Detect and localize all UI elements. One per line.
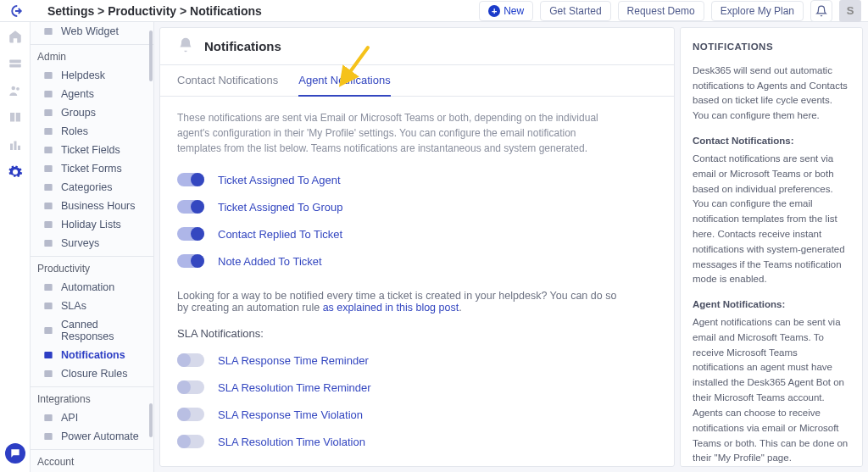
sla-toggle-list: SLA Response Time ReminderSLA Resolution… bbox=[160, 343, 674, 458]
sidebar-heading: Integrations bbox=[31, 386, 153, 408]
rail-reports-icon[interactable] bbox=[8, 137, 23, 153]
chat-widget-icon[interactable] bbox=[5, 443, 25, 464]
tab-contact-notifications[interactable]: Contact Notifications bbox=[177, 74, 278, 96]
scrollbar-thumb[interactable] bbox=[149, 31, 153, 81]
sidebar-item[interactable]: Automation bbox=[31, 278, 153, 297]
sidebar-item[interactable]: Ticket Forms bbox=[31, 159, 153, 178]
notification-row: SLA Resolution Time Reminder bbox=[177, 374, 657, 401]
notification-tabs: Contact Notifications Agent Notification… bbox=[160, 65, 674, 97]
sidebar-item[interactable]: Business Hours bbox=[31, 197, 153, 215]
toggle-switch[interactable] bbox=[177, 200, 204, 214]
sidebar-item[interactable]: Notifications bbox=[31, 346, 153, 364]
request-demo-button[interactable]: Request Demo bbox=[618, 1, 704, 21]
sidebar-item-label: Ticket Fields bbox=[61, 144, 120, 156]
hint-link[interactable]: as explained in this blog post bbox=[323, 302, 459, 314]
sidebar-heading: Account bbox=[31, 449, 153, 471]
scrollbar-thumb[interactable] bbox=[149, 403, 153, 437]
sidebar-item-icon bbox=[42, 219, 54, 230]
sidebar-item-icon bbox=[42, 325, 54, 336]
svg-rect-18 bbox=[44, 284, 52, 291]
plus-icon: + bbox=[488, 5, 500, 17]
sidebar-item[interactable]: SLAs bbox=[31, 297, 153, 315]
new-button[interactable]: + New bbox=[479, 1, 533, 21]
settings-sidebar: Web WidgetAdminHelpdeskAgentsGroupsRoles… bbox=[31, 22, 154, 472]
sidebar-item-label: Automation bbox=[61, 281, 114, 293]
svg-rect-5 bbox=[14, 142, 16, 151]
sidebar-item[interactable]: Web Widget bbox=[31, 22, 153, 41]
toggle-switch[interactable] bbox=[177, 254, 204, 268]
help-panel: NOTIFICATIONS Desk365 will send out auto… bbox=[680, 27, 863, 467]
svg-rect-10 bbox=[44, 109, 52, 116]
topbar: Settings > Productivity > Notifications … bbox=[0, 0, 868, 22]
sidebar-item[interactable]: Closure Rules bbox=[31, 364, 153, 383]
notifications-bell-icon[interactable] bbox=[810, 0, 832, 22]
svg-rect-15 bbox=[44, 203, 52, 209]
toggle-switch[interactable] bbox=[177, 408, 204, 421]
notification-label[interactable]: Ticket Assigned To Group bbox=[218, 201, 342, 214]
notification-label[interactable]: SLA Resolution Time Reminder bbox=[218, 381, 371, 394]
toggle-switch[interactable] bbox=[177, 173, 204, 186]
sidebar-item-label: SLAs bbox=[61, 300, 86, 312]
help-contact-heading: Contact Notifications: bbox=[693, 134, 850, 149]
sidebar-item[interactable]: Holiday Lists bbox=[31, 215, 153, 234]
notification-label[interactable]: Ticket Assigned To Agent bbox=[218, 174, 341, 186]
sidebar-item-label: API bbox=[61, 412, 78, 424]
notification-label[interactable]: Note Added To Ticket bbox=[218, 255, 322, 268]
sidebar-item[interactable]: API bbox=[31, 408, 153, 427]
sidebar-item-icon bbox=[42, 412, 54, 424]
sidebar-item[interactable]: Groups bbox=[31, 103, 153, 122]
toggle-switch[interactable] bbox=[177, 227, 204, 241]
toggle-switch[interactable] bbox=[177, 380, 204, 394]
sidebar-item-icon bbox=[42, 430, 54, 442]
sidebar-item[interactable]: Roles bbox=[31, 122, 153, 141]
notification-label[interactable]: Contact Replied To Ticket bbox=[218, 228, 342, 241]
rail-home-icon[interactable] bbox=[8, 29, 23, 44]
notification-label[interactable]: SLA Resolution Time Violation bbox=[218, 436, 365, 448]
rail-settings-icon[interactable] bbox=[8, 164, 23, 180]
help-agent-body: Agent notifications can be sent via emai… bbox=[693, 317, 848, 463]
help-contact-body: Contact notifications are sent via email… bbox=[693, 153, 845, 285]
sidebar-item-label: Categories bbox=[61, 181, 112, 193]
help-intro: Desk365 will send out automatic notifica… bbox=[693, 64, 850, 124]
rail-tickets-icon[interactable] bbox=[8, 56, 23, 71]
notification-toggle-list: Ticket Assigned To AgentTicket Assigned … bbox=[160, 163, 674, 278]
sidebar-item[interactable]: Power Automate bbox=[31, 427, 153, 446]
toggle-switch[interactable] bbox=[177, 435, 204, 448]
svg-rect-6 bbox=[18, 146, 20, 150]
sidebar-item[interactable]: Helpdesk bbox=[31, 66, 153, 85]
sidebar-item[interactable]: Agents bbox=[31, 85, 153, 103]
notification-label[interactable]: SLA Response Time Reminder bbox=[218, 354, 369, 367]
rail-kb-icon[interactable] bbox=[8, 110, 23, 125]
content-panel: Notifications Contact Notifications Agen… bbox=[159, 27, 675, 467]
sidebar-item-icon bbox=[42, 200, 54, 212]
user-avatar[interactable]: S bbox=[839, 0, 861, 22]
sidebar-item-icon bbox=[42, 25, 54, 37]
explore-plan-button[interactable]: Explore My Plan bbox=[711, 1, 804, 21]
toggle-switch[interactable] bbox=[177, 353, 204, 367]
rail-contacts-icon[interactable] bbox=[8, 83, 23, 98]
svg-rect-16 bbox=[44, 221, 52, 228]
tab-agent-notifications[interactable]: Agent Notifications bbox=[298, 74, 390, 97]
notification-row: Ticket Assigned To Group bbox=[177, 193, 657, 220]
sidebar-item[interactable]: Ticket Fields bbox=[31, 141, 153, 159]
sidebar-item[interactable]: Surveys bbox=[31, 234, 153, 253]
sidebar-item-icon bbox=[42, 349, 54, 361]
sidebar-item-label: Groups bbox=[61, 107, 96, 119]
sidebar-heading: Admin bbox=[31, 44, 153, 66]
notification-row: SLA Response Time Violation bbox=[177, 401, 657, 428]
sidebar-item[interactable]: Categories bbox=[31, 178, 153, 197]
sidebar-item-label: Closure Rules bbox=[61, 368, 128, 380]
get-started-button[interactable]: Get Started bbox=[540, 1, 610, 21]
notification-row: SLA Resolution Time Violation bbox=[177, 428, 657, 455]
sidebar-item-label: Helpdesk bbox=[61, 69, 105, 81]
svg-rect-12 bbox=[44, 147, 52, 153]
notification-label[interactable]: SLA Response Time Violation bbox=[218, 408, 363, 421]
sidebar-item[interactable]: Canned Responses bbox=[31, 315, 153, 346]
bell-icon bbox=[177, 36, 194, 56]
sidebar-item-icon bbox=[42, 368, 54, 380]
sidebar-item-label: Power Automate bbox=[61, 430, 139, 442]
sidebar-item-label: Business Hours bbox=[61, 200, 136, 212]
sidebar-item-icon bbox=[42, 144, 54, 156]
svg-rect-14 bbox=[44, 184, 52, 191]
notification-row: Contact Replied To Ticket bbox=[177, 220, 657, 247]
